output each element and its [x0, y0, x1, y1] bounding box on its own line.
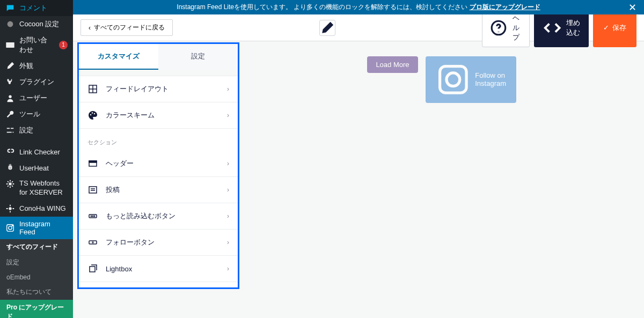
sliders-icon — [5, 125, 15, 135]
edit-button[interactable] — [319, 20, 335, 36]
svg-point-22 — [92, 216, 93, 217]
svg-point-12 — [90, 114, 91, 115]
banner-text: Instagram Feed Liteを使用しています。 より多くの機能のロック… — [177, 3, 540, 12]
mail-icon — [5, 40, 15, 50]
sidebar-item-contact[interactable]: お問い合わせ 1 — [0, 32, 73, 58]
chevron-right-icon: › — [227, 239, 229, 246]
wrench-icon — [5, 109, 15, 119]
sidebar-item-label: コメント — [19, 3, 47, 13]
row-header[interactable]: ヘッダー › — [79, 151, 238, 177]
close-icon[interactable]: ✕ — [628, 2, 636, 13]
help-icon — [490, 13, 507, 42]
lightbox-icon — [87, 263, 98, 274]
sidebar-item-label: プラグイン — [19, 77, 54, 87]
sidebar-item-linkchecker[interactable]: Link Checker — [0, 144, 73, 160]
row-color-scheme[interactable]: カラースキーム › — [79, 102, 238, 129]
sidebar-item-settings[interactable]: 設定 — [0, 122, 73, 138]
svg-rect-16 — [89, 161, 97, 162]
sidebar-item-label: Link Checker — [19, 148, 60, 156]
sidebar-item-label: UserHeat — [19, 164, 49, 172]
tab-customize[interactable]: カスタマイズ — [79, 44, 158, 70]
sidebar-item-instagram[interactable]: Instagram Feed — [0, 217, 73, 239]
grid-icon — [87, 84, 98, 94]
svg-point-4 — [9, 207, 11, 210]
sidebar-item-tswebfonts[interactable]: TS Webfonts for XSERVER — [0, 176, 73, 201]
tab-settings[interactable]: 設定 — [158, 44, 238, 70]
svg-point-23 — [94, 216, 95, 217]
toolbar-center — [173, 20, 482, 36]
chevron-right-icon: › — [227, 212, 229, 220]
chevron-right-icon: › — [227, 186, 229, 194]
sidebar-sub-oembed[interactable]: oEmbed — [0, 270, 73, 284]
load-more-button[interactable]: Load More — [367, 56, 418, 73]
sidebar-item-label: Instagram Feed — [19, 220, 68, 236]
sidebar-item-userheat[interactable]: UserHeat — [0, 160, 73, 176]
sidebar-sub-all-feeds[interactable]: すべてのフィード — [0, 239, 73, 255]
svg-rect-26 — [440, 66, 466, 93]
sidebar-item-label: ツール — [19, 109, 40, 119]
svg-rect-25 — [90, 267, 95, 272]
chevron-right-icon: › — [227, 85, 229, 93]
row-load-more[interactable]: もっと読み込むボタン › — [79, 203, 238, 230]
sidebar-item-label: 外観 — [19, 61, 33, 71]
sidebar-item-label: Cocoon 設定 — [19, 19, 59, 29]
pencil-icon — [320, 20, 335, 35]
sidebar-item-tools[interactable]: ツール — [0, 106, 73, 122]
sidebar-item-label: ユーザー — [19, 93, 47, 103]
circle-icon — [5, 19, 15, 29]
row-follow[interactable]: フォローボタン › — [79, 230, 238, 256]
row-label: カラースキーム — [106, 110, 219, 120]
chevron-right-icon: › — [227, 160, 229, 167]
sidebar-sub-settings[interactable]: 設定 — [0, 255, 73, 270]
row-label: フォローボタン — [106, 238, 219, 247]
more-icon — [87, 211, 98, 221]
sidebar-item-plugins[interactable]: プラグイン — [0, 74, 73, 90]
back-button[interactable]: ‹ すべてのフィードに戻る — [80, 19, 173, 36]
link-icon — [5, 147, 15, 157]
comment-icon — [5, 3, 15, 13]
sidebar-item-comments[interactable]: コメント — [0, 0, 73, 16]
customize-panel: カスタマイズ 設定 フィードレイアウト › カラースキーム › セ — [77, 42, 239, 289]
header-icon — [87, 158, 98, 169]
sidebar-item-label: お問い合わせ — [19, 35, 53, 55]
row-label: フィードレイアウト — [106, 84, 219, 94]
upgrade-link[interactable]: プロ版にアップグレード — [470, 3, 540, 11]
chevron-left-icon: ‹ — [89, 24, 91, 32]
follow-button[interactable]: Follow on Instagram — [426, 56, 516, 103]
svg-point-13 — [92, 112, 93, 113]
customize-panel-wrap: カスタマイズ 設定 フィードレイアウト › カラースキーム › セ — [73, 41, 239, 318]
panel-tabs: カスタマイズ 設定 — [79, 44, 238, 70]
sidebar-item-label: ConoHa WING — [19, 204, 66, 212]
feed-preview: Load More Follow on Instagram — [239, 41, 644, 318]
gear-icon — [5, 179, 15, 189]
sidebar-item-label: TS Webfonts for XSERVER — [19, 179, 68, 197]
sidebar-item-conoha[interactable]: ConoHa WING — [0, 201, 73, 217]
sidebar-item-users[interactable]: ユーザー — [0, 90, 73, 106]
svg-point-3 — [9, 182, 11, 185]
instagram-icon — [5, 223, 15, 233]
sidebar-item-cocoon[interactable]: Cocoon 設定 — [0, 16, 73, 32]
row-posts[interactable]: 投稿 › — [79, 177, 238, 203]
sidebar-sub-about[interactable]: 私たちについて — [0, 284, 73, 300]
chevron-right-icon: › — [227, 265, 229, 272]
sidebar-item-appearance[interactable]: 外観 — [0, 58, 73, 74]
row-feed-layout[interactable]: フィードレイアウト › — [79, 76, 238, 102]
chevron-right-icon: › — [227, 112, 229, 119]
svg-point-0 — [8, 21, 13, 27]
sidebar-sub-upgrade[interactable]: Pro にアップグレード — [0, 300, 73, 318]
row-label: 投稿 — [106, 185, 219, 195]
svg-point-2 — [9, 95, 11, 98]
plug-icon — [5, 77, 15, 87]
follow-icon — [87, 237, 98, 248]
svg-point-14 — [94, 113, 95, 114]
user-icon — [5, 93, 15, 103]
brush-icon — [5, 61, 15, 71]
row-lightbox[interactable]: Lightbox › — [79, 256, 238, 282]
section-label: セクション — [79, 129, 238, 151]
row-label: Lightbox — [106, 265, 219, 273]
content-row: カスタマイズ 設定 フィードレイアウト › カラースキーム › セ — [73, 41, 644, 318]
sidebar-item-label: 設定 — [19, 125, 33, 135]
panel-body: フィードレイアウト › カラースキーム › セクション ヘッダー › — [79, 70, 238, 287]
upgrade-banner: Instagram Feed Liteを使用しています。 より多くの機能のロック… — [73, 0, 644, 14]
svg-point-6 — [9, 226, 12, 230]
